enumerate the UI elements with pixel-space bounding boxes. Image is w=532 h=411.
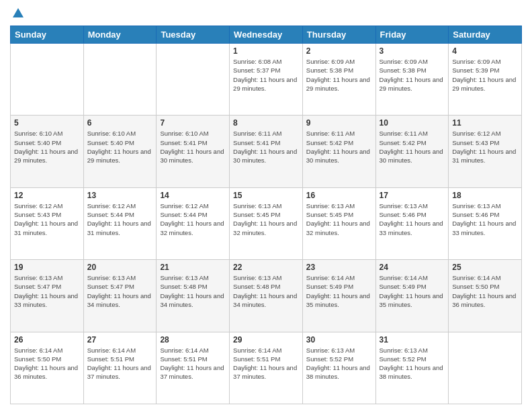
calendar-cell: 31Sunrise: 6:13 AM Sunset: 5:52 PM Dayli…	[375, 332, 449, 404]
day-number: 27	[87, 335, 153, 345]
logo	[10, 7, 25, 20]
day-number: 19	[14, 263, 80, 272]
calendar-header-saturday: Saturday	[449, 26, 522, 44]
calendar-cell: 5Sunrise: 6:10 AM Sunset: 5:40 PM Daylig…	[11, 116, 84, 187]
day-number: 12	[14, 191, 80, 200]
day-info: Sunrise: 6:13 AM Sunset: 5:52 PM Dayligh…	[380, 346, 445, 381]
day-info: Sunrise: 6:14 AM Sunset: 5:49 PM Dayligh…	[306, 273, 372, 309]
calendar-cell: 2Sunrise: 6:09 AM Sunset: 5:38 PM Daylig…	[302, 44, 375, 116]
calendar-cell: 8Sunrise: 6:11 AM Sunset: 5:41 PM Daylig…	[230, 116, 303, 187]
header	[10, 7, 522, 20]
day-number: 22	[233, 263, 299, 272]
day-info: Sunrise: 6:11 AM Sunset: 5:42 PM Dayligh…	[380, 129, 445, 165]
day-info: Sunrise: 6:12 AM Sunset: 5:43 PM Dayligh…	[452, 129, 518, 165]
day-info: Sunrise: 6:10 AM Sunset: 5:40 PM Dayligh…	[87, 129, 153, 165]
day-info: Sunrise: 6:14 AM Sunset: 5:50 PM Dayligh…	[452, 273, 518, 309]
calendar-table: SundayMondayTuesdayWednesdayThursdayFrid…	[10, 26, 522, 404]
day-info: Sunrise: 6:13 AM Sunset: 5:46 PM Dayligh…	[452, 201, 518, 237]
day-number: 29	[233, 335, 299, 345]
calendar-header-monday: Monday	[83, 26, 157, 44]
calendar-week-row: 19Sunrise: 6:13 AM Sunset: 5:47 PM Dayli…	[11, 260, 522, 332]
day-info: Sunrise: 6:13 AM Sunset: 5:45 PM Dayligh…	[306, 201, 372, 237]
day-number: 20	[87, 263, 153, 272]
day-number: 31	[380, 335, 445, 345]
calendar-cell: 27Sunrise: 6:14 AM Sunset: 5:51 PM Dayli…	[83, 332, 157, 404]
day-number: 3	[380, 46, 445, 56]
calendar-header-row: SundayMondayTuesdayWednesdayThursdayFrid…	[11, 26, 522, 44]
calendar-cell: 7Sunrise: 6:10 AM Sunset: 5:41 PM Daylig…	[157, 116, 230, 187]
day-number: 26	[14, 335, 80, 345]
calendar-header-tuesday: Tuesday	[157, 26, 230, 44]
day-info: Sunrise: 6:13 AM Sunset: 5:52 PM Dayligh…	[306, 346, 372, 381]
calendar-week-row: 1Sunrise: 6:08 AM Sunset: 5:37 PM Daylig…	[11, 44, 522, 116]
day-number: 17	[380, 191, 445, 200]
calendar-cell: 17Sunrise: 6:13 AM Sunset: 5:46 PM Dayli…	[375, 187, 449, 259]
day-number: 9	[306, 118, 372, 128]
day-info: Sunrise: 6:12 AM Sunset: 5:43 PM Dayligh…	[14, 201, 80, 237]
day-number: 23	[306, 263, 372, 272]
day-number: 25	[452, 263, 518, 272]
day-number: 7	[160, 118, 226, 128]
logo-icon	[11, 7, 25, 20]
calendar-cell: 13Sunrise: 6:12 AM Sunset: 5:44 PM Dayli…	[83, 187, 157, 259]
day-number: 15	[233, 191, 299, 200]
calendar-cell: 10Sunrise: 6:11 AM Sunset: 5:42 PM Dayli…	[375, 116, 449, 187]
day-info: Sunrise: 6:13 AM Sunset: 5:45 PM Dayligh…	[233, 201, 299, 237]
day-number: 30	[306, 335, 372, 345]
calendar-header-wednesday: Wednesday	[230, 26, 303, 44]
calendar-cell: 25Sunrise: 6:14 AM Sunset: 5:50 PM Dayli…	[449, 260, 522, 332]
day-number: 16	[306, 191, 372, 200]
calendar-cell: 23Sunrise: 6:14 AM Sunset: 5:49 PM Dayli…	[302, 260, 375, 332]
day-info: Sunrise: 6:13 AM Sunset: 5:48 PM Dayligh…	[233, 273, 299, 309]
calendar-cell: 12Sunrise: 6:12 AM Sunset: 5:43 PM Dayli…	[11, 187, 84, 259]
day-info: Sunrise: 6:14 AM Sunset: 5:51 PM Dayligh…	[87, 346, 153, 381]
day-number: 5	[14, 118, 80, 128]
calendar-cell: 18Sunrise: 6:13 AM Sunset: 5:46 PM Dayli…	[449, 187, 522, 259]
calendar-cell: 4Sunrise: 6:09 AM Sunset: 5:39 PM Daylig…	[449, 44, 522, 116]
day-number: 1	[233, 46, 299, 56]
day-number: 21	[160, 263, 226, 272]
day-info: Sunrise: 6:09 AM Sunset: 5:38 PM Dayligh…	[380, 57, 445, 93]
calendar-cell: 1Sunrise: 6:08 AM Sunset: 5:37 PM Daylig…	[230, 44, 303, 116]
calendar-header-friday: Friday	[375, 26, 449, 44]
calendar-week-row: 12Sunrise: 6:12 AM Sunset: 5:43 PM Dayli…	[11, 187, 522, 259]
calendar-cell: 6Sunrise: 6:10 AM Sunset: 5:40 PM Daylig…	[83, 116, 157, 187]
day-number: 10	[380, 118, 445, 128]
calendar-cell: 14Sunrise: 6:12 AM Sunset: 5:44 PM Dayli…	[157, 187, 230, 259]
calendar-week-row: 26Sunrise: 6:14 AM Sunset: 5:50 PM Dayli…	[11, 332, 522, 404]
calendar-cell	[157, 44, 230, 116]
calendar-cell: 11Sunrise: 6:12 AM Sunset: 5:43 PM Dayli…	[449, 116, 522, 187]
day-info: Sunrise: 6:14 AM Sunset: 5:49 PM Dayligh…	[380, 273, 445, 309]
day-info: Sunrise: 6:11 AM Sunset: 5:41 PM Dayligh…	[233, 129, 299, 165]
calendar-cell: 16Sunrise: 6:13 AM Sunset: 5:45 PM Dayli…	[302, 187, 375, 259]
calendar-cell: 22Sunrise: 6:13 AM Sunset: 5:48 PM Dayli…	[230, 260, 303, 332]
day-info: Sunrise: 6:09 AM Sunset: 5:39 PM Dayligh…	[452, 57, 518, 93]
calendar-cell	[83, 44, 157, 116]
day-info: Sunrise: 6:11 AM Sunset: 5:42 PM Dayligh…	[306, 129, 372, 165]
calendar-cell: 20Sunrise: 6:13 AM Sunset: 5:47 PM Dayli…	[83, 260, 157, 332]
calendar-cell: 9Sunrise: 6:11 AM Sunset: 5:42 PM Daylig…	[302, 116, 375, 187]
day-info: Sunrise: 6:09 AM Sunset: 5:38 PM Dayligh…	[306, 57, 372, 93]
day-info: Sunrise: 6:13 AM Sunset: 5:48 PM Dayligh…	[160, 273, 226, 309]
day-info: Sunrise: 6:14 AM Sunset: 5:51 PM Dayligh…	[233, 346, 299, 381]
calendar-cell: 24Sunrise: 6:14 AM Sunset: 5:49 PM Dayli…	[375, 260, 449, 332]
day-info: Sunrise: 6:12 AM Sunset: 5:44 PM Dayligh…	[160, 201, 226, 237]
calendar-cell	[11, 44, 84, 116]
calendar-cell	[449, 332, 522, 404]
day-number: 2	[306, 46, 372, 56]
day-number: 28	[160, 335, 226, 345]
svg-marker-0	[13, 8, 24, 17]
day-number: 14	[160, 191, 226, 200]
day-number: 4	[452, 46, 518, 56]
day-info: Sunrise: 6:14 AM Sunset: 5:51 PM Dayligh…	[160, 346, 226, 381]
day-number: 6	[87, 118, 153, 128]
day-info: Sunrise: 6:08 AM Sunset: 5:37 PM Dayligh…	[233, 57, 299, 93]
calendar-cell: 26Sunrise: 6:14 AM Sunset: 5:50 PM Dayli…	[11, 332, 84, 404]
day-info: Sunrise: 6:13 AM Sunset: 5:47 PM Dayligh…	[87, 273, 153, 309]
calendar-cell: 3Sunrise: 6:09 AM Sunset: 5:38 PM Daylig…	[375, 44, 449, 116]
day-info: Sunrise: 6:13 AM Sunset: 5:47 PM Dayligh…	[14, 273, 80, 309]
day-info: Sunrise: 6:13 AM Sunset: 5:46 PM Dayligh…	[380, 201, 445, 237]
calendar-cell: 28Sunrise: 6:14 AM Sunset: 5:51 PM Dayli…	[157, 332, 230, 404]
calendar-week-row: 5Sunrise: 6:10 AM Sunset: 5:40 PM Daylig…	[11, 116, 522, 187]
calendar-header-sunday: Sunday	[11, 26, 84, 44]
